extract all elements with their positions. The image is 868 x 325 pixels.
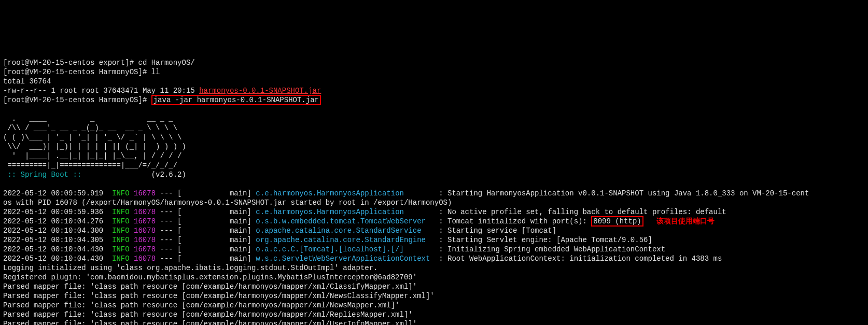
log-line: 2022-05-12 00:10:04.300 INFO 16078 --- [… xyxy=(3,227,556,235)
spring-banner: ( ( )\___ | '_ | '_| | '_ \/ _` | \ \ \ … xyxy=(3,133,181,142)
log-line: 2022-05-12 00:09:59.919 INFO 16078 --- [… xyxy=(3,189,809,197)
log-line: 2022-05-12 00:10:04.430 INFO 16078 --- [… xyxy=(3,255,722,263)
spring-banner: /\\ / ___'_ __ _ _(_)_ __ __ _ \ \ \ \ xyxy=(3,124,177,132)
log-line: 2022-05-12 00:10:04.305 INFO 16078 --- [… xyxy=(3,236,652,244)
ls-row: -rw-r--r-- 1 root root 37643471 May 11 2… xyxy=(3,87,199,95)
annotation-port: 该项目使用端口号 xyxy=(656,217,715,225)
spring-banner: . ____ _ __ _ _ xyxy=(3,115,173,123)
plain-log: Registered plugin: 'com.baomidou.mybatis… xyxy=(3,273,417,281)
plain-log: Logging initialized using 'class org.apa… xyxy=(3,264,378,272)
prompt-line: [root@VM-20-15-centos HarmonyOS]# xyxy=(3,96,151,104)
plain-log: Parsed mapper file: 'class path resource… xyxy=(3,282,417,291)
log-line: 2022-05-12 00:10:04.276 INFO 16078 --- [… xyxy=(3,216,715,227)
cmd-cd: cd HarmonyOS/ xyxy=(138,59,195,67)
spring-banner: \\/ ___)| |_)| | | | | || (_| | ) ) ) ) xyxy=(3,143,186,151)
log-line: 2022-05-12 00:10:04.430 INFO 16078 --- [… xyxy=(3,245,665,253)
spring-boot-label: :: Spring Boot :: xyxy=(3,171,81,179)
ls-file: harmonyos-0.0.1-SNAPSHOT.jar xyxy=(199,87,321,95)
spring-version: (v2.6.2) xyxy=(81,171,186,179)
prompt-line: [root@VM-20-15-centos export]# xyxy=(3,59,138,67)
terminal[interactable]: [root@VM-20-15-centos export]# cd Harmon… xyxy=(0,47,868,325)
cmd-java-jar: java -jar harmonyos-0.0.1-SNAPSHOT.jar xyxy=(151,95,321,105)
log-line: 2022-05-12 00:09:59.936 INFO 16078 --- [… xyxy=(3,208,726,216)
spring-banner: ' |____| .__|_| |_|_| |_\__, | / / / / xyxy=(3,152,181,160)
log-continuation: os with PID 16078 (/export/HarmonyOS/har… xyxy=(3,199,452,207)
ls-total: total 36764 xyxy=(3,77,51,86)
cmd-ll: ll xyxy=(151,68,160,76)
plain-log: Parsed mapper file: 'class path resource… xyxy=(3,292,435,300)
spring-banner: =========|_|==============|___/=/_/_/_/ xyxy=(3,161,177,169)
plain-log: Parsed mapper file: 'class path resource… xyxy=(3,320,417,325)
prompt-line: [root@VM-20-15-centos HarmonyOS]# xyxy=(3,68,151,76)
plain-log: Parsed mapper file: 'class path resource… xyxy=(3,310,413,319)
plain-log: Parsed mapper file: 'class path resource… xyxy=(3,301,400,309)
port-highlight: 8099 (http) xyxy=(591,216,643,227)
